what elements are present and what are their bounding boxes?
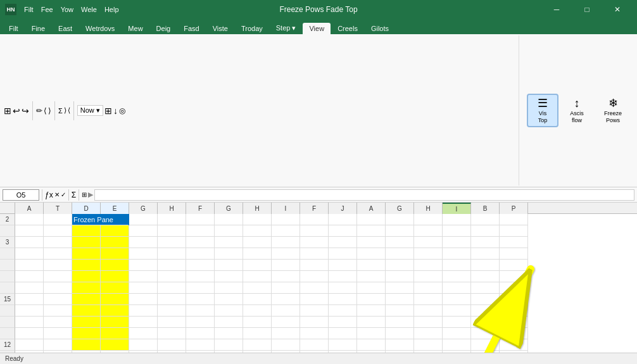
cell[interactable] [471, 351, 500, 353]
cell[interactable] [272, 351, 300, 353]
cell[interactable] [158, 282, 186, 294]
cell[interactable] [243, 214, 272, 225]
cell[interactable] [72, 248, 101, 260]
cell[interactable] [272, 339, 300, 351]
cell[interactable] [186, 328, 215, 339]
cell[interactable] [158, 237, 186, 248]
cell[interactable] [357, 317, 386, 328]
cell[interactable] [471, 305, 500, 317]
cell[interactable] [158, 225, 186, 237]
cell[interactable] [72, 317, 101, 328]
cell[interactable] [215, 317, 243, 328]
cell[interactable] [44, 317, 72, 328]
cell[interactable] [215, 305, 243, 317]
cell[interactable] [72, 237, 101, 248]
cell[interactable] [243, 248, 272, 260]
cell[interactable] [272, 271, 300, 282]
cell[interactable] [186, 248, 215, 260]
cell[interactable] [500, 237, 528, 248]
cell[interactable] [158, 317, 186, 328]
cell[interactable] [300, 248, 329, 260]
cell[interactable] [101, 305, 129, 317]
cell[interactable] [272, 214, 300, 225]
cell[interactable] [44, 260, 72, 271]
cell[interactable] [300, 339, 329, 351]
cell[interactable] [357, 282, 386, 294]
cell[interactable] [44, 282, 72, 294]
cell[interactable] [443, 305, 471, 317]
tab-fasd[interactable]: Fasd [177, 23, 205, 34]
cell[interactable] [129, 248, 158, 260]
col-header-H1[interactable]: H [158, 203, 186, 214]
cell[interactable] [272, 282, 300, 294]
cell[interactable] [129, 317, 158, 328]
cell[interactable] [300, 328, 329, 339]
col-header-T[interactable]: T [44, 203, 72, 214]
cell[interactable] [72, 271, 101, 282]
tab-gilots[interactable]: Gilots [365, 23, 395, 34]
cell[interactable] [329, 214, 357, 225]
cell[interactable] [357, 225, 386, 237]
cell[interactable] [44, 351, 72, 353]
cell[interactable] [101, 248, 129, 260]
cell[interactable] [414, 305, 443, 317]
cell[interactable] [272, 237, 300, 248]
freeze-pows-button[interactable]: ❄ Freeze Pows [595, 94, 631, 127]
cell[interactable] [357, 294, 386, 305]
cell[interactable] [158, 328, 186, 339]
cell[interactable] [101, 317, 129, 328]
cell[interactable] [443, 317, 471, 328]
cell[interactable] [471, 339, 500, 351]
cell[interactable] [329, 317, 357, 328]
cell[interactable] [158, 305, 186, 317]
col-header-G3[interactable]: G [386, 203, 414, 214]
cell[interactable] [44, 328, 72, 339]
cell[interactable] [300, 294, 329, 305]
minimize-button[interactable]: ─ [542, 0, 571, 19]
menu-help[interactable]: Help [102, 6, 122, 13]
cell[interactable] [300, 351, 329, 353]
cell[interactable] [215, 328, 243, 339]
cell[interactable] [243, 317, 272, 328]
cell[interactable] [500, 225, 528, 237]
cell[interactable] [129, 351, 158, 353]
cell[interactable] [44, 214, 72, 225]
cell[interactable] [329, 339, 357, 351]
ascis-flow-button[interactable]: ↕ Ascisflow [561, 94, 593, 127]
tab-troday[interactable]: Troday [235, 23, 269, 34]
cell[interactable] [357, 328, 386, 339]
cell[interactable] [243, 294, 272, 305]
col-header-B[interactable]: B [471, 203, 500, 214]
cell[interactable] [129, 214, 158, 225]
cell[interactable] [357, 214, 386, 225]
cell[interactable] [186, 317, 215, 328]
cell[interactable] [44, 271, 72, 282]
cell[interactable] [272, 328, 300, 339]
cell[interactable] [101, 294, 129, 305]
cell[interactable] [243, 351, 272, 353]
cell[interactable] [386, 351, 414, 353]
cell[interactable] [329, 305, 357, 317]
cell[interactable] [500, 282, 528, 294]
cell[interactable] [414, 271, 443, 282]
cell[interactable] [300, 271, 329, 282]
tab-wetrdovs[interactable]: Wetrdovs [79, 23, 121, 34]
cell[interactable] [215, 260, 243, 271]
cell[interactable] [72, 339, 101, 351]
cell[interactable] [272, 225, 300, 237]
cell[interactable] [215, 271, 243, 282]
cell[interactable] [186, 271, 215, 282]
maximize-button[interactable]: □ [572, 0, 602, 19]
cell[interactable] [44, 248, 72, 260]
cell[interactable] [158, 214, 186, 225]
cell[interactable] [44, 305, 72, 317]
cell[interactable] [500, 260, 528, 271]
col-header-A2[interactable]: A [357, 203, 386, 214]
cell[interactable] [471, 260, 500, 271]
cell[interactable] [329, 351, 357, 353]
cell[interactable] [44, 339, 72, 351]
cell[interactable] [386, 271, 414, 282]
tab-deig[interactable]: Deig [150, 23, 177, 34]
cell[interactable] [15, 271, 44, 282]
cell[interactable] [300, 225, 329, 237]
